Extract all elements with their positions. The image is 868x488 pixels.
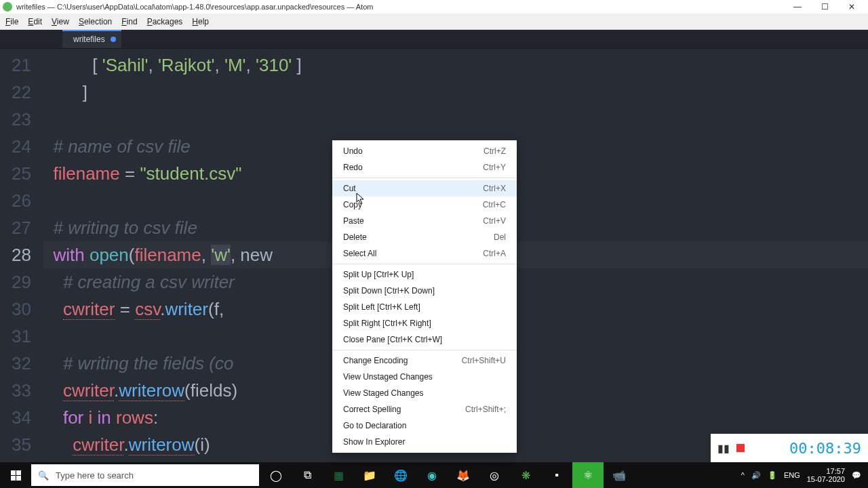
ctx-delete[interactable]: DeleteDel xyxy=(332,229,517,245)
app-icon-1[interactable]: ◎ xyxy=(479,462,510,488)
ctx-correct[interactable]: Correct SpellingCtrl+Shift+; xyxy=(332,401,517,418)
tray-notifications-icon[interactable]: 💬 xyxy=(852,471,861,480)
ctx-split[interactable]: Split Right [Ctrl+K Right] xyxy=(332,315,517,331)
maximize-button[interactable]: ☐ xyxy=(811,0,838,14)
ctx-copy[interactable]: CopyCtrl+C xyxy=(332,197,517,213)
atom-icon[interactable]: ⚛ xyxy=(572,462,604,488)
app-icon-2[interactable]: ❋ xyxy=(510,462,541,488)
ctx-view[interactable]: View Staged Changes xyxy=(332,385,517,401)
cortana-icon[interactable]: ◯ xyxy=(260,462,292,488)
ctx-redo[interactable]: RedoCtrl+Y xyxy=(332,159,517,176)
ctx-cut[interactable]: CutCtrl+X xyxy=(332,180,517,197)
atom-logo-icon xyxy=(3,2,12,12)
tray-volume-icon[interactable]: 🔊 xyxy=(751,471,761,480)
close-button[interactable]: ✕ xyxy=(838,0,865,14)
menu-find[interactable]: Find xyxy=(121,17,137,26)
ctx-close[interactable]: Close Pane [Ctrl+K Ctrl+W] xyxy=(332,331,517,348)
screen-recorder-overlay: ▮▮ 00:08:39 xyxy=(711,434,868,462)
system-tray: ^ 🔊 🔋 ENG 17:57 15-07-2020 💬 xyxy=(741,467,868,483)
tray-time[interactable]: 17:57 xyxy=(807,467,845,475)
ctx-change[interactable]: Change EncodingCtrl+Shift+U xyxy=(332,352,517,369)
ctx-separator xyxy=(332,264,517,264)
ctx-separator xyxy=(332,178,517,178)
minimize-button[interactable]: — xyxy=(784,0,811,14)
start-button[interactable] xyxy=(0,462,31,488)
ctx-separator xyxy=(332,350,517,350)
titlebar: writefiles — C:\Users\user\AppData\Local… xyxy=(0,0,868,14)
edge-icon[interactable]: ◉ xyxy=(416,462,448,488)
ctx-split[interactable]: Split Left [Ctrl+K Left] xyxy=(332,299,517,315)
ctx-paste[interactable]: PasteCtrl+V xyxy=(332,213,517,229)
menubar: File Edit View Selection Find Packages H… xyxy=(0,14,868,30)
search-placeholder: Type here to search xyxy=(56,470,134,481)
menu-help[interactable]: Help xyxy=(192,17,209,26)
recorder-icon[interactable]: 📹 xyxy=(604,462,635,488)
ctx-undo[interactable]: UndoCtrl+Z xyxy=(332,143,517,159)
pause-icon[interactable]: ▮▮ xyxy=(717,442,730,455)
taskbar: 🔍 Type here to search ◯ ⧉ ▦ 📁 🌐 ◉ 🦊 ◎ ❋ … xyxy=(0,462,868,488)
context-menu: UndoCtrl+ZRedoCtrl+YCutCtrl+XCopyCtrl+CP… xyxy=(332,140,517,453)
tab-label: writefiles xyxy=(73,35,105,44)
search-icon: 🔍 xyxy=(38,470,49,481)
search-input[interactable]: 🔍 Type here to search xyxy=(31,464,259,486)
ctx-split[interactable]: Split Down [Ctrl+K Down] xyxy=(332,283,517,299)
ctx-go[interactable]: Go to Declaration xyxy=(332,418,517,434)
menu-selection[interactable]: Selection xyxy=(79,17,112,26)
tab-writefiles[interactable]: writefiles xyxy=(62,30,121,48)
file-explorer-icon[interactable]: 📁 xyxy=(354,462,385,488)
menu-view[interactable]: View xyxy=(52,17,69,26)
firefox-icon[interactable]: 🦊 xyxy=(448,462,479,488)
menu-edit[interactable]: Edit xyxy=(28,17,42,26)
windows-logo-icon xyxy=(11,470,21,481)
recording-time: 00:08:39 xyxy=(789,440,861,457)
ctx-select[interactable]: Select AllCtrl+A xyxy=(332,245,517,262)
ctx-view[interactable]: View Unstaged Changes xyxy=(332,369,517,385)
cmd-icon[interactable]: ▪ xyxy=(541,462,572,488)
line-gutter: 212223242526272829303132333435 xyxy=(0,49,43,462)
stop-icon[interactable] xyxy=(736,444,745,452)
ctx-show[interactable]: Show In Explorer xyxy=(332,434,517,450)
tray-battery-icon[interactable]: 🔋 xyxy=(768,471,777,480)
menu-packages[interactable]: Packages xyxy=(147,17,183,26)
chrome-icon[interactable]: 🌐 xyxy=(385,462,416,488)
tray-chevron-icon[interactable]: ^ xyxy=(741,471,745,479)
excel-icon[interactable]: ▦ xyxy=(323,462,354,488)
tabbar: writefiles xyxy=(0,30,868,49)
tray-date[interactable]: 15-07-2020 xyxy=(807,475,845,483)
tray-lang[interactable]: ENG xyxy=(784,471,800,479)
ctx-split[interactable]: Split Up [Ctrl+K Up] xyxy=(332,266,517,283)
taskview-icon[interactable]: ⧉ xyxy=(292,462,323,488)
unsaved-indicator-icon xyxy=(111,37,116,42)
menu-file[interactable]: File xyxy=(5,17,18,26)
window-title: writefiles — C:\Users\user\AppData\Local… xyxy=(16,3,373,11)
